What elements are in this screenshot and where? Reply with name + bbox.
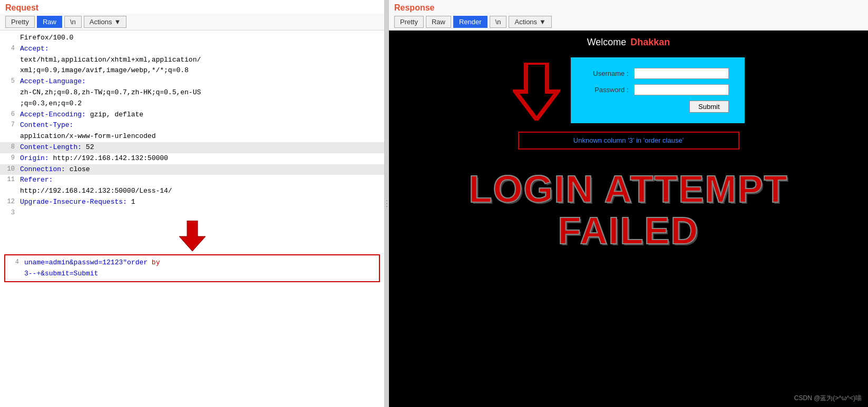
line-item: 8 Content-Length: 52 [0,142,384,153]
request-title: Request [0,0,384,14]
main-container: Request Pretty Raw \n Actions ▼ Firefox/… [0,0,868,407]
response-toolbar: Pretty Raw Render \n Actions ▼ [389,14,868,31]
line-item: zh-CN,zh;q=0.8,zh-TW;q=0.7,zh-HK;q=0.5,e… [0,87,384,98]
line-item: text/html,application/xhtml+xml,applicat… [0,55,384,66]
line-item: application/x-www-form-urlencoded [0,131,384,142]
big-arrow-down-icon [513,63,560,121]
welcome-text: Welcome [587,37,627,48]
fail-line2: FAILED [558,210,699,252]
actions-label-request: Actions [90,18,112,26]
actions-label-response: Actions [514,18,537,26]
payload-line2: 3--+&submit=Submit [8,269,376,280]
raw-tab-request[interactable]: Raw [37,16,62,28]
arrow-down-icon [177,221,208,252]
password-row: Password : [587,84,729,95]
svg-marker-0 [179,221,206,251]
line-item: Firefox/100.0 [0,33,384,44]
raw-tab-response[interactable]: Raw [426,16,451,28]
line-item: 4 Accept: [0,44,384,55]
submit-row: Submit [587,101,729,113]
pretty-tab-request[interactable]: Pretty [5,16,35,28]
password-label: Password : [587,86,629,94]
username-row: Username : [587,68,729,79]
username-label: Username : [587,70,629,77]
line-item: 5 Accept-Language: [0,76,384,87]
line-item: 7 Content-Type: [0,120,384,131]
line-item: 11 Referer: [0,175,384,186]
watermark: CSDN @蓝为(>^ω^<)喵 [794,394,862,403]
render-tab-response[interactable]: Render [453,16,487,28]
response-title: Response [389,0,868,14]
line-item: 6 Accept-Encoding: gzip, deflate [0,110,384,121]
login-section: Username : Password : Submit [389,52,868,128]
payload-line: 4 uname=admin&passwd=12123″order by [8,257,376,269]
line-item: 3 [0,208,384,219]
payload-box: 4 uname=admin&passwd=12123″order by 3--+… [4,254,380,283]
error-message: Unknown column '3' in 'order clause' [573,136,684,144]
submit-button[interactable]: Submit [689,101,728,113]
line-item: xml;q=0.9,image/avif,image/webp,*/*;q=0.… [0,65,384,76]
actions-chevron-request: ▼ [114,18,121,26]
panel-divider: ⋮ [385,0,389,407]
request-toolbar: Pretty Raw \n Actions ▼ [0,14,384,31]
request-content: Firefox/100.0 4 Accept: text/html,applic… [0,31,384,407]
pretty-tab-response[interactable]: Pretty [394,16,424,28]
login-form: Username : Password : Submit [571,57,745,123]
right-panel: Response Pretty Raw Render \n Actions ▼ … [389,0,868,407]
svg-marker-1 [515,63,558,120]
line-item: 10 Connection: close [0,164,384,175]
response-content: Welcome Dhakkan Username : [389,31,868,407]
welcome-name: Dhakkan [630,37,670,48]
line-item: 12 Upgrade-Insecure-Requests: 1 [0,197,384,208]
error-container: Unknown column '3' in 'order clause' [389,128,868,153]
line-item: http://192.168.142.132:50000/Less-14/ [0,186,384,197]
username-input[interactable] [634,68,729,79]
arrow-indicator-right [513,63,560,121]
left-panel: Request Pretty Raw \n Actions ▼ Firefox/… [0,0,385,407]
welcome-area: Welcome Dhakkan [389,31,868,52]
newline-tab-response[interactable]: \n [490,16,507,28]
password-input[interactable] [634,84,729,95]
actions-button-request[interactable]: Actions ▼ [84,16,127,28]
error-box: Unknown column '3' in 'order clause' [518,132,739,150]
newline-tab-request[interactable]: \n [64,16,82,28]
fail-line1: LOGIN ATTEMPT [469,168,788,210]
line-item: 9 Origin: http://192.168.142.132:50000 [0,153,384,164]
line-item: ;q=0.3,en;q=0.2 [0,98,384,110]
actions-button-response[interactable]: Actions ▼ [509,16,552,28]
actions-chevron-response: ▼ [539,18,546,26]
fail-message: LOGIN ATTEMPT FAILED [389,163,868,257]
arrow-indicator-left [0,221,384,252]
